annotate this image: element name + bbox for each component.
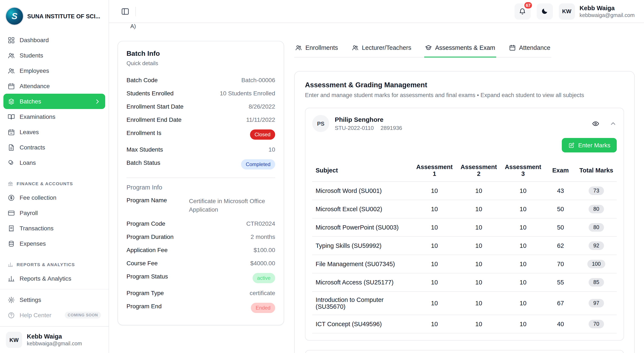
sidebar-item-dashboard[interactable]: Dashboard — [4, 32, 105, 48]
a1-cell: 10 — [412, 236, 456, 255]
assessment-title: Assessment & Grading Management — [305, 81, 624, 89]
total-pill: 80 — [589, 205, 604, 213]
sidebar-item-transactions[interactable]: Transactions — [4, 220, 105, 236]
student-card-philip-senghore: PS Philip Senghore STU-2022-0110 2891936 — [305, 108, 624, 341]
brand[interactable]: S SUNA INSTITUTE OF SCI... — [0, 0, 108, 32]
user-name: Kebb Waiga — [27, 333, 82, 340]
page-content: A) Batch Info Quick details Batch Code B… — [109, 23, 644, 353]
field-value: Certificate in Microsoft Office Applicat… — [189, 196, 275, 214]
sidebar-item-settings[interactable]: Settings — [4, 292, 105, 308]
a3-cell: 10 — [501, 200, 545, 218]
marks-table: Subject Assessment 1 Assessment 2 Assess… — [312, 159, 617, 334]
a1-cell: 10 — [412, 273, 456, 292]
total-cell: 92 — [576, 236, 617, 255]
batch-detail-column: Enrollments Lecturer/Teachers Assessment… — [294, 23, 635, 353]
nav-label: Batches — [20, 98, 41, 105]
sidebar-item-attendance[interactable]: Attendance — [4, 78, 105, 94]
bar-chart-icon — [8, 262, 13, 267]
book-open-icon — [8, 113, 15, 120]
enter-marks-row: Enter Marks — [312, 138, 617, 152]
total-cell: 70 — [576, 315, 617, 333]
subject-cell: Microsoft Word (SU001) — [312, 182, 412, 200]
nav-label: Fee collection — [20, 194, 56, 201]
table-row: Microsoft Access (SU25177) 10 10 10 55 8… — [312, 273, 617, 292]
tab-label: Enrollments — [306, 44, 338, 51]
avatar: PS — [312, 115, 329, 132]
users-icon — [8, 52, 15, 59]
a3-cell: 10 — [501, 255, 545, 273]
dollar-circle-icon — [8, 194, 15, 201]
tab-enrollments[interactable]: Enrollments — [294, 42, 339, 58]
field-label: Batch Status — [126, 159, 160, 166]
field-enrollment-is: Enrollment Is Closed — [126, 126, 275, 143]
field-batch-status: Batch Status Completed — [126, 156, 275, 172]
sidebar-item-reports-analytics[interactable]: Reports & Analytics — [4, 271, 105, 286]
coming-soon-badge: COMING SOON — [65, 312, 101, 318]
nav-label: Payroll — [20, 210, 38, 216]
chevron-right-icon — [94, 98, 101, 105]
sidebar-item-leaves[interactable]: Leaves — [4, 124, 105, 140]
batch-info-rows: Batch Code Batch-00006 Students Enrolled… — [126, 73, 275, 172]
nav-label: Loans — [20, 159, 36, 166]
total-pill: 80 — [589, 223, 604, 232]
topbar-user[interactable]: KW Kebb Waiga kebbwaiga@gmail.com — [558, 3, 635, 19]
total-cell: 97 — [576, 292, 617, 315]
col-assessment-2: Assessment 2 — [456, 159, 501, 182]
a1-cell: 10 — [412, 218, 456, 236]
sidebar-user-info: Kebb Waiga kebbwaiga@gmail.com — [27, 333, 82, 346]
sidebar-bottom: Settings Help Center COMING SOON — [0, 289, 108, 326]
nav-label: Leaves — [20, 128, 39, 136]
sidebar-item-examinations[interactable]: Examinations — [4, 109, 105, 124]
field-value: 10 Students Enrolled — [220, 90, 275, 96]
sidebar-item-batches[interactable]: Batches — [4, 94, 105, 109]
table-row: File Management (SU07345) 10 10 10 70 10… — [312, 255, 617, 273]
sidebar-item-contracts[interactable]: Contracts — [4, 140, 105, 155]
status-badge: Completed — [241, 159, 275, 169]
field-label: Enrollment Start Date — [126, 103, 184, 110]
table-header-row: Subject Assessment 1 Assessment 2 Assess… — [312, 159, 617, 182]
a2-cell: 10 — [456, 255, 501, 273]
dark-mode-toggle[interactable] — [536, 3, 553, 19]
field-value: 2 months — [251, 233, 275, 240]
sidebar-item-fee-collection[interactable]: Fee collection — [4, 190, 105, 205]
student-name: Philip Senghore — [335, 116, 402, 123]
subject-cell: Typing Skills (SU59992) — [312, 236, 412, 255]
tab-attendance[interactable]: Attendance — [508, 42, 551, 58]
table-row: Microsoft PowerPoint (SU003) 10 10 10 50… — [312, 218, 617, 236]
field-value: 11/11/2022 — [246, 116, 275, 123]
field-label: Program Type — [126, 290, 164, 296]
sidebar-item-loans[interactable]: Loans — [4, 155, 105, 170]
tab-assessments-exam[interactable]: Assessments & Exam — [424, 42, 496, 58]
sidebar-item-expenses[interactable]: Expenses — [4, 236, 105, 251]
sidebar-toggle-button[interactable] — [121, 7, 130, 16]
subject-cell: Microsoft Excel (SU002) — [312, 200, 412, 218]
notification-count-badge: 67 — [524, 1, 532, 9]
notifications-button[interactable]: 67 — [514, 3, 530, 19]
field-students-enrolled: Students Enrolled 10 Students Enrolled — [126, 86, 275, 100]
enter-marks-button[interactable]: Enter Marks — [562, 138, 617, 152]
field-program-name: Program Name Certificate in Microsoft Of… — [126, 193, 275, 217]
a3-cell: 10 — [501, 292, 545, 315]
app-root: S SUNA INSTITUTE OF SCI... Dashboard Stu… — [0, 0, 644, 353]
col-assessment-3: Assessment 3 — [501, 159, 545, 182]
a2-cell: 10 — [456, 236, 501, 255]
field-label: Batch Code — [126, 76, 158, 83]
exam-cell: 40 — [545, 315, 576, 333]
eye-icon[interactable] — [592, 120, 599, 127]
credit-card-icon — [8, 209, 15, 216]
sidebar-item-payroll[interactable]: Payroll — [4, 205, 105, 220]
tab-lecturer-teachers[interactable]: Lecturer/Teachers — [351, 42, 412, 58]
sidebar-item-students[interactable]: Students — [4, 48, 105, 63]
exam-cell: 55 — [545, 273, 576, 292]
sidebar-user[interactable]: KW Kebb Waiga kebbwaiga@gmail.com — [0, 326, 108, 353]
topbar-divider — [136, 6, 136, 16]
sidebar-item-help-center[interactable]: Help Center COMING SOON — [4, 308, 105, 323]
gear-icon — [8, 296, 15, 304]
bank-icon — [8, 181, 13, 186]
total-pill: 85 — [589, 278, 604, 286]
sidebar-item-employees[interactable]: Employees — [4, 63, 105, 78]
chevron-up-icon[interactable] — [610, 120, 617, 127]
user-name: Kebb Waiga — [580, 4, 635, 11]
field-program-end: Program End Ended — [126, 300, 275, 316]
program-info-rows: Program Name Certificate in Microsoft Of… — [126, 193, 275, 316]
